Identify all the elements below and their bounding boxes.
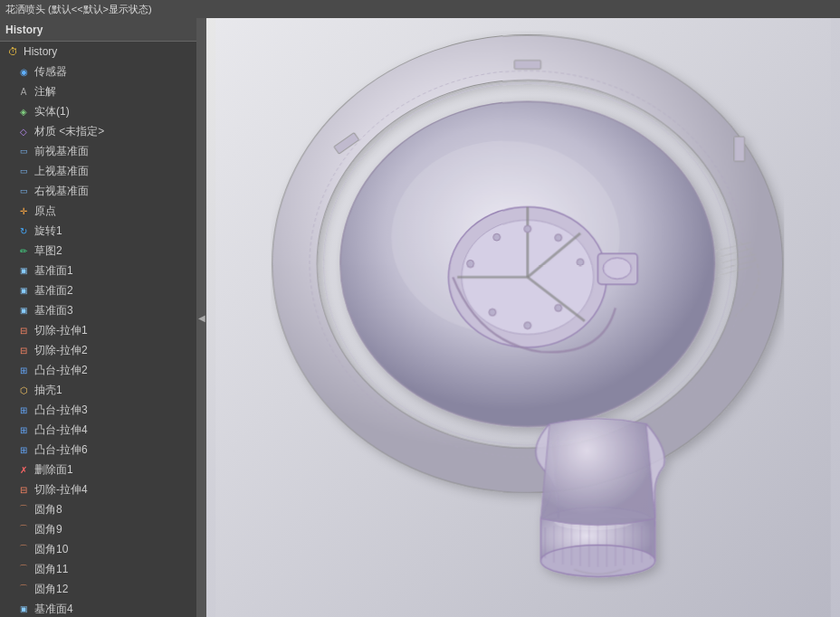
tree-item-icon-boss-extrude6: ⊞ bbox=[16, 442, 31, 457]
sidebar-item-boss-extrude6[interactable]: ⊞ 凸台-拉伸6 bbox=[0, 440, 196, 460]
tree-item-label-material: 材质 <未指定> bbox=[34, 124, 104, 139]
sidebar-item-fillet12[interactable]: ⌒ 圆角12 bbox=[0, 579, 196, 599]
tree-item-icon-top-plane: ▭ bbox=[16, 164, 31, 178]
tree-item-icon-right-plane: ▭ bbox=[16, 184, 31, 198]
tree-item-icon-annotation: A bbox=[16, 84, 31, 99]
sidebar-item-material[interactable]: ◇ 材质 <未指定> bbox=[0, 121, 196, 141]
tree-item-label-revolve1: 旋转1 bbox=[34, 223, 62, 239]
svg-point-26 bbox=[603, 258, 631, 279]
tree-item-icon-boss-extrude4: ⊞ bbox=[16, 422, 31, 437]
tree-item-label-refplane3: 基准面3 bbox=[34, 303, 73, 318]
svg-point-18 bbox=[493, 234, 501, 242]
sidebar-item-boss-extrude4[interactable]: ⊞ 凸台-拉伸4 bbox=[0, 420, 196, 440]
sidebar-item-fillet8[interactable]: ⌒ 圆角8 bbox=[0, 499, 196, 519]
tree-item-icon-refplane3: ▣ bbox=[16, 303, 31, 318]
sidebar-item-history[interactable]: ⏱ History bbox=[0, 42, 196, 62]
tree-item-label-annotation: 注解 bbox=[34, 84, 56, 100]
tree-item-icon-refplane2: ▣ bbox=[16, 283, 31, 298]
svg-rect-14 bbox=[734, 137, 745, 161]
sidebar-collapse-handle[interactable]: ◀ bbox=[197, 18, 206, 617]
tree-item-icon-fillet12: ⌒ bbox=[16, 582, 31, 596]
tree-item-label-refplane1: 基准面1 bbox=[34, 263, 73, 279]
sidebar-item-cut-extrude2[interactable]: ⊟ 切除-拉伸2 bbox=[0, 340, 196, 360]
tree-item-icon-revolve1: ↻ bbox=[16, 223, 31, 238]
tree-item-icon-cut-extrude1: ⊟ bbox=[16, 323, 31, 337]
sidebar-item-fillet9[interactable]: ⌒ 圆角9 bbox=[0, 519, 196, 539]
sidebar-item-solid[interactable]: ◈ 实体(1) bbox=[0, 101, 196, 121]
sidebar-item-boss-extrude3[interactable]: ⊞ 凸台-拉伸3 bbox=[0, 400, 196, 420]
tree-item-icon-front-plane: ▭ bbox=[16, 144, 31, 158]
sidebar-item-top-plane[interactable]: ▭ 上视基准面 bbox=[0, 161, 196, 181]
tree-item-label-cut-extrude2: 切除-拉伸2 bbox=[34, 343, 88, 358]
sidebar-item-shell1[interactable]: ⬡ 抽壳1 bbox=[0, 380, 196, 400]
tree-item-label-solid: 实体(1) bbox=[34, 104, 70, 119]
tree-item-icon-fillet11: ⌒ bbox=[16, 562, 31, 576]
tree-item-label-right-plane: 右视基准面 bbox=[34, 184, 89, 199]
svg-rect-12 bbox=[514, 61, 540, 70]
sidebar-item-refplane4[interactable]: ▣ 基准面4 bbox=[0, 599, 196, 617]
collapse-icon: ◀ bbox=[198, 313, 205, 323]
tree-item-label-top-plane: 上视基准面 bbox=[34, 164, 89, 179]
tree-item-icon-fillet10: ⌒ bbox=[16, 542, 31, 556]
sidebar-item-fillet10[interactable]: ⌒ 圆角10 bbox=[0, 539, 196, 559]
sidebar-item-annotation[interactable]: A 注解 bbox=[0, 81, 196, 101]
tree-item-label-fillet10: 圆角10 bbox=[34, 542, 68, 557]
tree-item-label-boss-extrude3: 凸台-拉伸3 bbox=[34, 403, 88, 418]
tree-item-label-boss-extrude4: 凸台-拉伸4 bbox=[34, 422, 88, 438]
svg-point-21 bbox=[577, 259, 584, 266]
sidebar-item-refplane3[interactable]: ▣ 基准面3 bbox=[0, 300, 196, 320]
tree-item-label-refplane2: 基准面2 bbox=[34, 283, 73, 299]
tree-item-label-boss-extrude6: 凸台-拉伸6 bbox=[34, 442, 88, 458]
tree-item-label-fillet8: 圆角8 bbox=[34, 502, 62, 517]
3d-viewport[interactable] bbox=[206, 18, 840, 617]
sidebar-title: History bbox=[5, 24, 43, 36]
sidebar-item-right-plane[interactable]: ▭ 右视基准面 bbox=[0, 181, 196, 201]
tree-item-label-sketch2: 草图2 bbox=[34, 243, 62, 259]
sidebar-item-sensor[interactable]: ◉ 传感器 bbox=[0, 62, 196, 81]
feature-tree-sidebar: History ⏱ History ◉ 传感器 A 注解 ◈ 实体(1) ◇ 材… bbox=[0, 18, 197, 617]
sidebar-item-refplane1[interactable]: ▣ 基准面1 bbox=[0, 261, 196, 280]
tree-item-label-delete-face1: 删除面1 bbox=[34, 462, 73, 478]
tree-item-label-cut-extrude4: 切除-拉伸4 bbox=[34, 482, 88, 498]
tree-item-label-boss-extrude2: 凸台-拉伸2 bbox=[34, 363, 88, 378]
sidebar-item-sketch2[interactable]: ✏ 草图2 bbox=[0, 241, 196, 261]
tree-item-label-front-plane: 前视基准面 bbox=[34, 144, 89, 159]
tree-item-icon-boss-extrude3: ⊞ bbox=[16, 403, 31, 417]
tree-item-label-fillet12: 圆角12 bbox=[34, 582, 68, 597]
tree-item-icon-material: ◇ bbox=[16, 124, 31, 138]
3d-model-svg bbox=[206, 18, 840, 617]
tree-item-label-cut-extrude1: 切除-拉伸1 bbox=[34, 323, 88, 338]
tree-item-icon-fillet8: ⌒ bbox=[16, 502, 31, 517]
tree-item-icon-boss-extrude2: ⊞ bbox=[16, 363, 31, 377]
tree-item-icon-sketch2: ✏ bbox=[16, 243, 31, 258]
title-bar: 花洒喷头 (默认<<默认>显示状态) bbox=[0, 0, 840, 18]
tree-item-icon-fillet9: ⌒ bbox=[16, 522, 31, 536]
tree-item-icon-cut-extrude4: ⊟ bbox=[16, 482, 31, 497]
sidebar-item-refplane2[interactable]: ▣ 基准面2 bbox=[0, 280, 196, 300]
svg-point-24 bbox=[489, 308, 496, 316]
tree-item-icon-shell1: ⬡ bbox=[16, 383, 31, 397]
svg-point-22 bbox=[555, 304, 562, 311]
sidebar-item-boss-extrude2[interactable]: ⊞ 凸台-拉伸2 bbox=[0, 360, 196, 380]
sidebar-item-cut-extrude4[interactable]: ⊟ 切除-拉伸4 bbox=[0, 479, 196, 499]
tree-item-icon-solid: ◈ bbox=[16, 104, 31, 119]
svg-point-19 bbox=[524, 225, 531, 233]
tree-item-label-fillet9: 圆角9 bbox=[34, 522, 62, 537]
sidebar-item-fillet11[interactable]: ⌒ 圆角11 bbox=[0, 559, 196, 579]
sidebar-item-origin[interactable]: ✛ 原点 bbox=[0, 201, 196, 221]
svg-point-23 bbox=[524, 322, 531, 329]
tree-item-icon-refplane1: ▣ bbox=[16, 263, 31, 278]
sidebar-item-cut-extrude1[interactable]: ⊟ 切除-拉伸1 bbox=[0, 320, 196, 340]
tree-item-icon-refplane4: ▣ bbox=[16, 602, 31, 616]
svg-point-20 bbox=[555, 234, 562, 242]
sidebar-item-revolve1[interactable]: ↻ 旋转1 bbox=[0, 221, 196, 241]
tree-item-icon-sensor: ◉ bbox=[16, 64, 31, 79]
title-text: 花洒喷头 (默认<<默认>显示状态) bbox=[5, 3, 152, 16]
tree-item-icon-cut-extrude2: ⊟ bbox=[16, 343, 31, 357]
sidebar-content[interactable]: ⏱ History ◉ 传感器 A 注解 ◈ 实体(1) ◇ 材质 <未指定> … bbox=[0, 42, 196, 617]
tree-item-label-history: History bbox=[24, 45, 57, 58]
sidebar-header: History bbox=[0, 18, 196, 42]
sidebar-item-delete-face1[interactable]: ✗ 删除面1 bbox=[0, 460, 196, 479]
sidebar-item-front-plane[interactable]: ▭ 前视基准面 bbox=[0, 141, 196, 161]
tree-item-label-fillet11: 圆角11 bbox=[34, 562, 68, 577]
